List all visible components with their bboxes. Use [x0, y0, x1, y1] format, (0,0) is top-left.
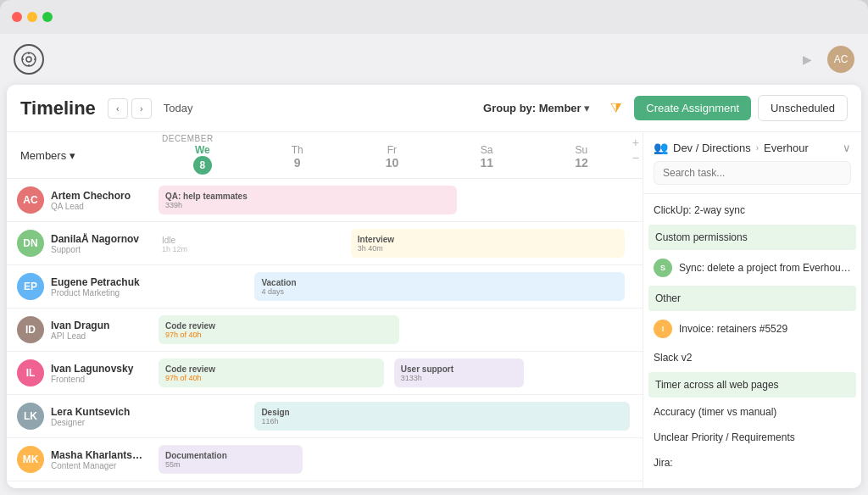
- unscheduled-button[interactable]: Unscheduled: [758, 95, 848, 121]
- task-bar-code-review-2[interactable]: Code review 97h of 40h: [159, 359, 384, 387]
- task-search-input[interactable]: [654, 161, 851, 185]
- task-bar-design[interactable]: Design 116h: [254, 402, 629, 431]
- member-info-ivan-d: ID Ivan Dragun API Lead: [7, 309, 155, 350]
- left-panel: Members ▾ DECEMBER We 8 Th 9 Fr: [7, 132, 643, 488]
- nav-prev-button[interactable]: ‹: [108, 98, 128, 119]
- task-bar-user-support[interactable]: User support 3133h: [394, 359, 524, 387]
- member-info-eugene: EP Eugene Petrachuk Product Marketing: [7, 266, 155, 307]
- avatar-artem: AC: [17, 186, 44, 214]
- right-panel-title: 👥 Dev / Directions › Everhour ∨: [654, 141, 851, 154]
- member-row-ivan-l: IL Ivan Lagunovsky Frontend Code review …: [7, 352, 643, 395]
- project-name: Dev / Directions: [673, 142, 751, 154]
- avatar-eugene: EP: [17, 273, 44, 300]
- calendar-body: AC Artem Chechoro QA Lead QA: help teamm…: [7, 179, 643, 488]
- member-row-artem: AC Artem Chechoro QA Lead QA: help teamm…: [7, 179, 643, 222]
- member-info-artem: AC Artem Chechoro QA Lead: [7, 180, 155, 220]
- right-panel: 👥 Dev / Directions › Everhour ∨ ClickUp:…: [643, 132, 861, 488]
- timeline-danila: Idle 1h 12m Interview 3h 40m: [155, 222, 643, 264]
- task-item-unclear[interactable]: Unclear Priority / Requirements: [643, 425, 861, 450]
- member-info-lera: LK Lera Kuntsevich Designer: [7, 396, 155, 437]
- expand-icon[interactable]: ∨: [843, 142, 851, 154]
- task-bar-vacation[interactable]: Vacation 4 days: [254, 272, 625, 301]
- traffic-lights: [12, 12, 53, 22]
- member-row-eugene: EP Eugene Petrachuk Product Marketing Va…: [7, 265, 643, 309]
- day-col-thu: Th 9: [250, 132, 345, 178]
- task-item-accuracy[interactable]: Accuracy (timer vs manual): [643, 399, 861, 425]
- topbar: ▶ AC: [7, 41, 861, 78]
- task-item-clickup[interactable]: ClickUp: 2-way sync: [643, 197, 861, 223]
- member-row-lera: LK Lera Kuntsevich Designer Design 116h: [7, 395, 643, 438]
- app-icon[interactable]: [14, 44, 44, 75]
- add-day-button[interactable]: +: [632, 136, 639, 149]
- timeline-ivan-d: Code review 97h of 40h: [155, 309, 643, 351]
- user-avatar-top[interactable]: AC: [827, 46, 854, 73]
- task-item-other[interactable]: Other: [648, 286, 856, 311]
- task-item-slack[interactable]: Slack v2: [643, 345, 861, 370]
- timeline-artem: QA: help teammates 339h: [155, 179, 643, 221]
- svg-point-0: [22, 53, 36, 66]
- page-title: Timeline: [20, 97, 96, 120]
- avatar-masha: MK: [17, 446, 44, 473]
- header-actions: ⧩ Create Assignment Unscheduled: [604, 95, 848, 121]
- panel-header: Timeline ‹ › Today Group by: Member ▾ ⧩ …: [7, 85, 861, 132]
- day-col-fri: Fr 10: [345, 132, 440, 178]
- today-button[interactable]: Today: [164, 102, 193, 114]
- members-column-header[interactable]: Members ▾: [7, 132, 155, 178]
- minimize-button[interactable]: [27, 12, 37, 22]
- group-by-selector[interactable]: Group by: Member ▾: [483, 102, 590, 114]
- member-row-danila: DN DanilaÅ Nagornov Support Idle 1h 12m: [7, 222, 643, 265]
- member-info-ivan-l: IL Ivan Lagunovsky Frontend: [7, 353, 155, 393]
- day-col-sun: Su 12: [534, 132, 629, 178]
- timeline-masha: Documentation 55m: [155, 438, 643, 481]
- create-assignment-button[interactable]: Create Assignment: [634, 96, 751, 120]
- maximize-button[interactable]: [42, 12, 53, 22]
- task-item-custom[interactable]: Custom permissions: [648, 225, 856, 250]
- svg-point-1: [26, 57, 31, 62]
- avatar-danila: DN: [17, 230, 44, 257]
- task-bar-documentation[interactable]: Documentation 55m: [159, 445, 303, 474]
- play-button[interactable]: ▶: [797, 49, 817, 70]
- topbar-right: ▶ AC: [797, 46, 854, 73]
- month-label: DECEMBER: [155, 134, 214, 143]
- avatar-lera: LK: [17, 403, 44, 430]
- avatar-sync: S: [654, 259, 672, 277]
- member-row-mike: M Mike CMO Ad-hoc discussions 57m: [7, 481, 643, 488]
- day-col-sat: Sa 11: [439, 132, 534, 178]
- avatar-ivan-l: IL: [17, 359, 44, 387]
- member-row-masha: MK Masha Kharlantseva Content Manager Do…: [7, 438, 643, 481]
- breadcrumb-separator: ›: [756, 143, 759, 153]
- titlebar: [0, 0, 868, 34]
- timeline-ivan-l: Code review 97h of 40h User support 3133…: [155, 352, 643, 394]
- timeline-lera: Design 116h: [155, 395, 643, 437]
- app-content: ▶ AC Timeline ‹ › Today Group by: Member…: [0, 34, 868, 495]
- main-panel: Timeline ‹ › Today Group by: Member ▾ ⧩ …: [7, 85, 861, 488]
- task-bar-interview[interactable]: Interview 3h 40m: [351, 229, 625, 258]
- right-panel-header: 👥 Dev / Directions › Everhour ∨: [643, 132, 861, 194]
- timeline-mike: Ad-hoc discussions 57m: [155, 481, 643, 488]
- task-bar-code-review-1[interactable]: Code review 97h of 40h: [159, 315, 399, 344]
- task-item-timer-web[interactable]: Timer across all web pages: [648, 372, 856, 398]
- nav-next-button[interactable]: ›: [131, 98, 152, 119]
- task-item-invoice[interactable]: I Invoice: retainers #5529: [643, 313, 861, 345]
- member-info-mike: M Mike CMO: [7, 482, 155, 488]
- task-item-jira[interactable]: Jira:: [643, 450, 861, 476]
- filter-icon[interactable]: ⧩: [604, 97, 627, 120]
- panel-body: Members ▾ DECEMBER We 8 Th 9 Fr: [7, 132, 861, 488]
- days-header: DECEMBER We 8 Th 9 Fr 10: [155, 132, 629, 178]
- task-list: ClickUp: 2-way sync Custom permissions S…: [643, 194, 861, 488]
- member-info-masha: MK Masha Kharlantseva Content Manager: [7, 439, 155, 480]
- close-button[interactable]: [12, 12, 22, 22]
- avatar-invoice: I: [654, 320, 672, 338]
- project-sub: Everhour: [764, 142, 809, 154]
- task-item-sync[interactable]: S Sync: delete a project from Everhour i…: [643, 252, 861, 284]
- avatar-ivan-d: ID: [17, 316, 44, 343]
- remove-day-button[interactable]: −: [632, 151, 639, 164]
- calendar-header: Members ▾ DECEMBER We 8 Th 9 Fr: [7, 132, 643, 179]
- member-row-ivan-d: ID Ivan Dragun API Lead Code review 97h …: [7, 309, 643, 352]
- add-remove-buttons: + −: [629, 132, 643, 178]
- task-bar-qa-help[interactable]: QA: help teammates 339h: [159, 186, 457, 214]
- timeline-eugene: Vacation 4 days: [155, 265, 643, 308]
- member-info-danila: DN DanilaÅ Nagornov Support: [7, 223, 155, 264]
- team-icon: 👥: [654, 141, 668, 154]
